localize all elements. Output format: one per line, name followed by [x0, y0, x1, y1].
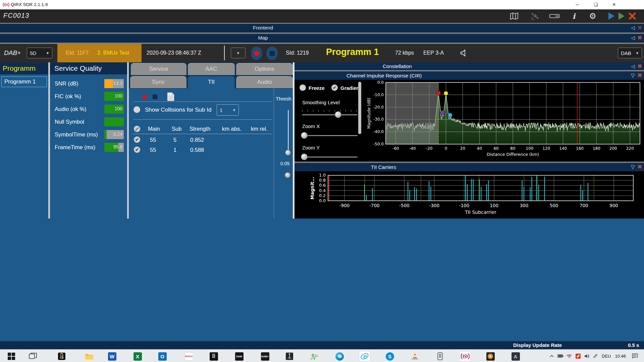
threshold-slider-track[interactable]	[288, 110, 289, 155]
extra-slider-handle[interactable]	[285, 172, 290, 178]
close-x-icon[interactable]	[627, 11, 637, 21]
taskbar-internet-explorer-icon[interactable]: e	[359, 351, 370, 362]
record-button[interactable]	[251, 47, 262, 60]
record-dropdown-button[interactable]: ▼	[231, 48, 246, 58]
band-select[interactable]: DAB▼	[618, 48, 642, 58]
tab-audio[interactable]: Audio	[236, 76, 293, 88]
close-panel-icon[interactable]: ✖	[638, 72, 642, 79]
close-panel-icon[interactable]: ✖	[638, 34, 642, 42]
tii-carriers-panel: 1.00.80.60.40.20.0-900-700-500-300-10010…	[294, 171, 644, 219]
taskbar-dab-plus-icon[interactable]: DAB+	[259, 351, 271, 362]
taskbar-outlook-icon[interactable]: O	[157, 351, 168, 362]
divider	[133, 119, 272, 120]
tii-carriers-title: TII Carriers	[371, 164, 396, 170]
show-collisions-radio[interactable]	[133, 106, 140, 113]
stop-button[interactable]	[266, 47, 278, 60]
service-quality-panel: Service Quality SNR (dB)13.3FIC (ok %)10…	[50, 62, 127, 219]
zoom-x-label: Zoom X	[302, 123, 320, 129]
taskbar-task-view-icon[interactable]	[27, 351, 39, 362]
taskbar-store-icon[interactable]	[56, 351, 67, 362]
play-blue-icon[interactable]	[606, 11, 616, 21]
smoothing-slider-handle[interactable]	[335, 111, 341, 118]
battery-icon[interactable]	[556, 352, 565, 360]
taskbar-word-icon[interactable]: W	[106, 351, 118, 362]
collapse-left-icon[interactable]: ◁	[631, 63, 635, 70]
memory-stick-icon[interactable]	[549, 11, 559, 21]
info-icon[interactable]: i	[569, 11, 579, 21]
tii-carriers-chart[interactable]: 1.00.80.60.40.20.0-900-700-500-300-10010…	[294, 171, 644, 219]
language-indicator[interactable]: DEU	[600, 354, 613, 359]
zoom-y-slider-track[interactable]	[302, 157, 358, 158]
taskbar-qirx-icon[interactable]	[460, 351, 471, 362]
tab-sync[interactable]: Sync	[130, 76, 186, 88]
sub-id-select[interactable]: 1▼	[217, 104, 239, 116]
cell-strength: 0.588	[190, 147, 204, 153]
satellite-icon[interactable]	[530, 11, 540, 21]
taskbar-app-device-icon[interactable]	[434, 351, 446, 362]
close-panel-icon[interactable]: ✖	[638, 63, 642, 70]
taskbar-app-media-icon[interactable]	[485, 351, 496, 362]
taskbar-edge-icon[interactable]	[334, 351, 345, 362]
collapse-down-icon[interactable]: ▽	[631, 163, 635, 171]
close-button[interactable]: ✕	[606, 0, 622, 9]
taskbar-radio-dab-icon[interactable]: DAB	[233, 351, 245, 362]
map-icon[interactable]	[509, 11, 519, 21]
maximize-button[interactable]: ❏	[588, 0, 603, 9]
tab-aac[interactable]: AAC	[188, 63, 235, 75]
collapse-left-icon[interactable]: ◁	[631, 24, 635, 32]
taskbar-bosch-icon[interactable]: BOSCH	[183, 351, 195, 362]
tab-options[interactable]: Options	[236, 63, 293, 75]
taskbar-skype-icon[interactable]: S	[384, 351, 395, 362]
record-dot-icon[interactable]	[142, 95, 147, 99]
taskbar-file-explorer-icon[interactable]	[84, 351, 95, 362]
zoom-x-slider-track[interactable]	[302, 135, 358, 136]
chevron-up-icon[interactable]	[547, 352, 556, 360]
volume-icon[interactable]	[582, 352, 591, 360]
tab-tii[interactable]: TII	[188, 76, 235, 89]
taskbar-vlc-icon[interactable]	[409, 351, 421, 362]
svg-text:80: 80	[510, 146, 515, 151]
close-panel-icon[interactable]: ✖	[638, 163, 642, 171]
row-checkbox[interactable]: ✔	[134, 136, 140, 143]
play-green-icon[interactable]	[616, 11, 627, 21]
close-panel-icon[interactable]: ✖	[638, 24, 642, 32]
network-icon[interactable]	[565, 352, 574, 360]
divider	[224, 46, 225, 60]
smoothing-slider-track[interactable]	[302, 114, 358, 115]
stop-square-icon[interactable]	[153, 95, 157, 99]
gear-icon[interactable]: ⚙	[588, 11, 598, 21]
minimize-button[interactable]: ─	[570, 0, 585, 9]
taskbar-app-signal-icon[interactable]	[309, 351, 320, 362]
gradient-checkbox[interactable]: ✔	[331, 84, 338, 91]
freeze-radio[interactable]	[300, 84, 306, 91]
svg-text:160: 160	[576, 146, 584, 151]
svg-text:-10.0: -10.0	[373, 93, 384, 97]
protection-label: EEP 3-A	[423, 50, 444, 56]
sidebar-item-programm-1[interactable]: Programm 1	[1, 76, 47, 87]
taskbar-app-grid-icon[interactable]: ⠿	[208, 351, 219, 362]
collapse-left-icon[interactable]: ◁	[631, 34, 635, 42]
svg-text:-50.0: -50.0	[373, 142, 384, 146]
pen-icon[interactable]	[591, 352, 600, 360]
taskbar-app-audio-a-icon[interactable]: A	[510, 351, 521, 362]
threshold-slider-handle[interactable]	[285, 150, 291, 156]
zoom-y-slider-handle[interactable]	[301, 154, 308, 160]
taskbar-excel-icon[interactable]: X	[132, 351, 143, 362]
notification-bubble-icon[interactable]	[631, 352, 639, 360]
tab-service[interactable]: Service	[131, 63, 186, 75]
taskbar-app-antenna-icon[interactable]	[284, 351, 295, 362]
clock[interactable]: 10:46	[613, 354, 628, 359]
document-icon[interactable]	[167, 92, 174, 103]
smoothing-label: Smoothing Level	[302, 100, 340, 105]
cir-controls-scrollbar[interactable]	[358, 82, 361, 134]
channel-select[interactable]: 5D▼	[27, 48, 52, 58]
speaker-icon[interactable]	[459, 48, 468, 59]
remote-red-icon[interactable]	[574, 352, 582, 360]
row-checkbox[interactable]: ✔	[134, 146, 140, 153]
cir-chart[interactable]: 0.0-10.0-20.0-30.0-40.0-50.0-60-40-20020…	[363, 80, 644, 162]
select-none-icon[interactable]	[134, 126, 140, 132]
collapse-down-icon[interactable]: ▽	[631, 72, 635, 79]
zoom-x-slider-handle[interactable]	[301, 132, 308, 139]
taskbar-start-icon[interactable]	[6, 351, 17, 362]
freeze-label: Freeze	[309, 85, 325, 91]
